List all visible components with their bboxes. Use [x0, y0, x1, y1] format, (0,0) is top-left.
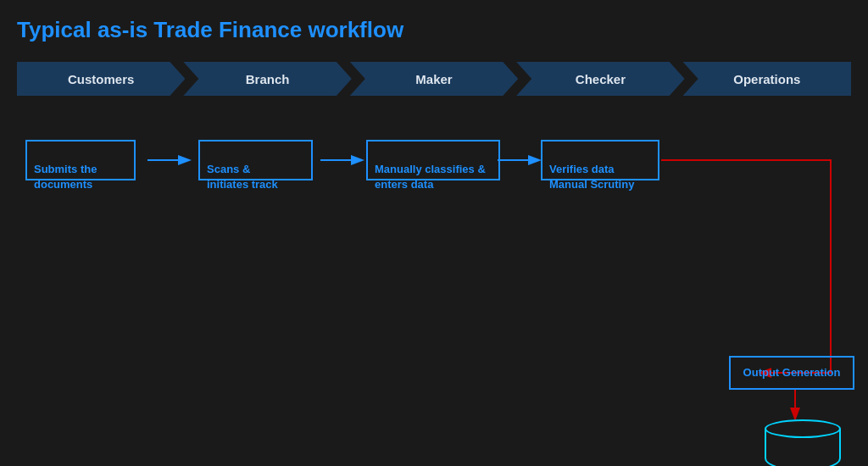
db-ellipse-top	[765, 419, 841, 438]
db-downstream: Downstream application	[754, 419, 851, 466]
lane-checker: Checker	[516, 62, 684, 96]
box-output-generation: Output Generation	[729, 356, 854, 390]
box-scans-initiates: Scans & initiates track	[198, 140, 313, 180]
lane-header-operations: Operations	[683, 62, 851, 96]
lane-customers: Customers	[17, 62, 185, 96]
box-verifies-scrutiny: Verifies data Manual Scrutiny	[541, 140, 659, 180]
lane-maker: Maker	[350, 62, 518, 96]
lane-operations: Operations	[683, 62, 851, 96]
lane-header-customers: Customers	[17, 62, 185, 96]
lane-header-branch: Branch	[183, 62, 351, 96]
lane-header-maker: Maker	[350, 62, 518, 96]
swimlane-headers: Customers Branch Maker Checker O	[17, 62, 851, 96]
box-submits-documents: Submits the documents	[25, 140, 136, 180]
lane-header-checker: Checker	[516, 62, 684, 96]
page: Typical as-is Trade Finance workflow Cus…	[0, 0, 868, 466]
lane-branch: Branch	[183, 62, 351, 96]
box-classifies-data: Manually classifies & enters data	[366, 140, 500, 180]
page-title: Typical as-is Trade Finance workflow	[17, 17, 851, 43]
